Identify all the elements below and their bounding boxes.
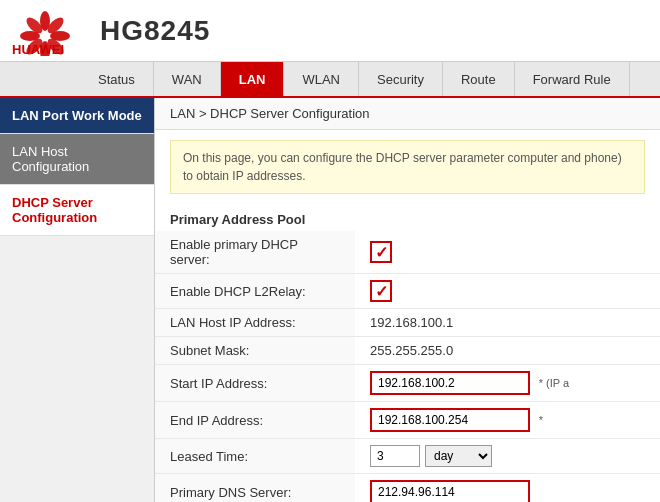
table-row: LAN Host IP Address: 192.168.100.1	[155, 309, 660, 337]
nav-security[interactable]: Security	[359, 62, 443, 96]
table-row: Start IP Address: * (IP a	[155, 365, 660, 402]
enable-primary-dhcp-checkbox[interactable]: ✓	[370, 241, 392, 263]
main-layout: LAN Port Work Mode LAN Host Configuratio…	[0, 98, 660, 502]
table-row: Enable primary DHCP server: ✓	[155, 231, 660, 274]
section-title-primary: Primary Address Pool	[155, 204, 660, 231]
end-ip-input[interactable]	[370, 408, 530, 432]
label-leased-time: Leased Time:	[155, 439, 355, 474]
lan-host-ip-value: 192.168.100.1	[370, 315, 453, 330]
product-title: HG8245	[100, 15, 210, 47]
nav-forward-rules[interactable]: Forward Rule	[515, 62, 630, 96]
label-subnet-mask: Subnet Mask:	[155, 337, 355, 365]
leased-time-wrapper: day hour minute	[370, 445, 492, 467]
subnet-mask-value: 255.255.255.0	[370, 343, 453, 358]
start-ip-input[interactable]	[370, 371, 530, 395]
label-enable-l2relay: Enable DHCP L2Relay:	[155, 274, 355, 309]
sidebar-item-lan-host-configuration[interactable]: LAN Host Configuration	[0, 134, 154, 185]
form-table: Enable primary DHCP server: ✓ Enable DHC…	[155, 231, 660, 502]
enable-l2relay-checkbox[interactable]: ✓	[370, 280, 392, 302]
info-box: On this page, you can configure the DHCP…	[170, 140, 645, 194]
nav-wan[interactable]: WAN	[154, 62, 221, 96]
table-row: Leased Time: day hour minute	[155, 439, 660, 474]
content-area: LAN > DHCP Server Configuration On this …	[155, 98, 660, 502]
leased-time-unit-select[interactable]: day hour minute	[425, 445, 492, 467]
table-row: Enable DHCP L2Relay: ✓	[155, 274, 660, 309]
sidebar-item-dhcp-server-configuration[interactable]: DHCP Server Configuration	[0, 185, 154, 236]
nav-route[interactable]: Route	[443, 62, 515, 96]
table-row: Subnet Mask: 255.255.255.0	[155, 337, 660, 365]
nav-lan[interactable]: LAN	[221, 62, 285, 96]
label-end-ip: End IP Address:	[155, 402, 355, 439]
leased-time-input[interactable]	[370, 445, 420, 467]
checkmark-icon: ✓	[375, 243, 388, 262]
breadcrumb: LAN > DHCP Server Configuration	[155, 98, 660, 130]
table-row: Primary DNS Server:	[155, 474, 660, 503]
sidebar-item-lan-port-work-mode[interactable]: LAN Port Work Mode	[0, 98, 154, 134]
header: HUAWEI HG8245	[0, 0, 660, 62]
nav-wlan[interactable]: WLAN	[284, 62, 359, 96]
label-enable-primary-dhcp: Enable primary DHCP server:	[155, 231, 355, 274]
start-ip-hint: * (IP a	[539, 377, 569, 389]
end-ip-hint: *	[539, 414, 543, 426]
huawei-logo: HUAWEI	[10, 6, 80, 56]
sidebar: LAN Port Work Mode LAN Host Configuratio…	[0, 98, 155, 502]
label-lan-host-ip: LAN Host IP Address:	[155, 309, 355, 337]
checkmark-icon: ✓	[375, 282, 388, 301]
table-row: End IP Address: *	[155, 402, 660, 439]
label-start-ip: Start IP Address:	[155, 365, 355, 402]
svg-text:HUAWEI: HUAWEI	[12, 42, 64, 56]
primary-dns-input[interactable]	[370, 480, 530, 502]
label-primary-dns: Primary DNS Server:	[155, 474, 355, 503]
nav-status[interactable]: Status	[80, 62, 154, 96]
nav-bar: Status WAN LAN WLAN Security Route Forwa…	[0, 62, 660, 98]
